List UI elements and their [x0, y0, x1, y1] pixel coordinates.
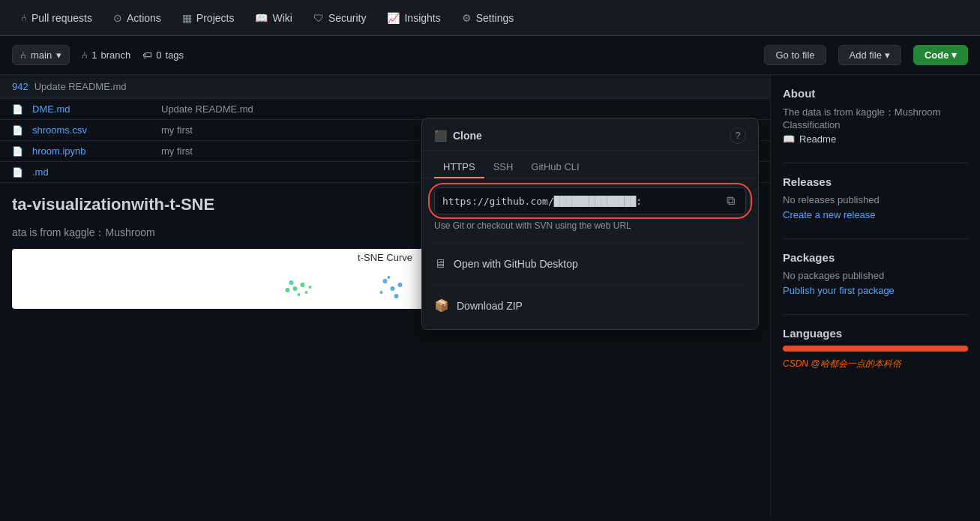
clone-hint: Use Git or checkout with SVN using the w…: [434, 220, 746, 231]
terminal-icon: ⬛: [434, 130, 447, 142]
releases-title: Releases: [783, 175, 968, 188]
create-release-link[interactable]: Create a new release: [783, 209, 876, 220]
table-row: 📄 DME.md Update README.md: [0, 99, 770, 120]
csdn-watermark: CSDN @哈都会一点的本科俗: [783, 358, 968, 370]
nav-pull-requests[interactable]: ⑃ Pull requests: [12, 7, 101, 28]
commit-hash[interactable]: 942: [12, 81, 28, 92]
clone-dropdown: ⬛ Clone ? HTTPS SSH GitHub CLI ⧉ Use Git…: [421, 118, 759, 330]
clone-body: ⧉ Use Git or checkout with SVN using the…: [422, 178, 758, 329]
file-message: Update README.md: [161, 103, 758, 115]
svg-point-2: [298, 293, 301, 296]
insights-icon: 📈: [387, 12, 400, 24]
clone-divider: [434, 243, 746, 244]
settings-icon: ⚙: [462, 12, 472, 24]
security-icon: 🛡: [313, 12, 324, 24]
svg-point-9: [380, 291, 383, 294]
language-bar: [783, 346, 968, 352]
nav-projects[interactable]: ▦ Projects: [173, 7, 244, 28]
file-icon: 📄: [12, 104, 23, 115]
desktop-icon: 🖥: [434, 257, 446, 271]
file-name[interactable]: .md: [32, 166, 152, 178]
book-icon: 📖: [783, 133, 795, 145]
releases-section: Releases No releases published Create a …: [783, 175, 968, 220]
about-description: The data is from kaggle：Mushroom Classif…: [783, 106, 968, 130]
url-oval-container: ⧉: [434, 187, 746, 214]
divider: [783, 163, 968, 163]
clone-divider: [434, 284, 746, 285]
about-section: About The data is from kaggle：Mushroom C…: [783, 87, 968, 145]
clone-url-input[interactable]: [442, 196, 724, 207]
clone-tabs: HTTPS SSH GitHub CLI: [422, 151, 758, 178]
language-segment-html: [783, 346, 968, 352]
svg-point-1: [301, 283, 305, 287]
svg-point-3: [289, 280, 294, 285]
go-to-file-button[interactable]: Go to file: [764, 45, 826, 65]
nav-settings[interactable]: ⚙ Settings: [453, 7, 523, 28]
chevron-down-icon: ▾: [56, 49, 61, 61]
tab-https[interactable]: HTTPS: [434, 157, 484, 178]
svg-point-11: [388, 276, 391, 279]
copy-url-button[interactable]: ⧉: [724, 193, 738, 209]
file-icon: 📄: [12, 167, 23, 178]
chevron-down-icon: ▾: [885, 49, 890, 61]
languages-section: Languages CSDN @哈都会一点的本科俗: [783, 327, 968, 370]
main-layout: 942 Update README.md 📄 DME.md Update REA…: [0, 75, 980, 517]
wiki-icon: 📖: [255, 12, 268, 24]
svg-point-10: [398, 283, 403, 287]
clone-url-row: ⧉: [434, 187, 746, 214]
svg-point-8: [391, 286, 395, 291]
branch-count-item[interactable]: ⑃ 1 branch: [82, 49, 130, 61]
clone-header: ⬛ Clone ?: [422, 118, 758, 151]
open-with-desktop-option[interactable]: 🖥 Open with GitHub Desktop: [434, 250, 746, 278]
svg-point-5: [286, 288, 290, 292]
file-name[interactable]: DME.md: [32, 103, 152, 115]
tab-ssh[interactable]: SSH: [484, 157, 523, 178]
tab-github-cli[interactable]: GitHub CLI: [522, 157, 588, 178]
svg-point-6: [309, 286, 312, 289]
file-name[interactable]: shrooms.csv: [32, 124, 152, 136]
packages-title: Packages: [783, 251, 968, 264]
clone-title: ⬛ Clone: [434, 130, 482, 142]
file-icon: 📄: [12, 146, 23, 157]
pull-request-icon: ⑃: [21, 12, 27, 24]
about-title: About: [783, 87, 968, 100]
no-releases-text: No releases published: [783, 194, 968, 205]
code-button[interactable]: Code ▾: [913, 45, 968, 65]
publish-package-link[interactable]: Publish your first package: [783, 285, 895, 296]
commit-message: Update README.md: [34, 81, 127, 92]
readme-item[interactable]: 📖 Readme: [783, 133, 968, 145]
nav-wiki[interactable]: 📖 Wiki: [246, 7, 301, 28]
add-file-button[interactable]: Add file ▾: [838, 45, 901, 65]
divider: [783, 238, 968, 239]
nav-actions[interactable]: ⊙ Actions: [104, 7, 170, 28]
projects-icon: ▦: [182, 12, 192, 24]
no-packages-text: No packages published: [783, 270, 968, 281]
file-name[interactable]: hroom.ipynb: [32, 145, 152, 157]
nav-security[interactable]: 🛡 Security: [304, 7, 376, 28]
tag-icon: 🏷: [142, 49, 152, 61]
clone-help-button[interactable]: ?: [730, 127, 746, 144]
branch-icon-small: ⑃: [82, 49, 88, 61]
file-icon: 📄: [12, 125, 23, 136]
languages-title: Languages: [783, 327, 968, 340]
chart-title: t-SNE Curve: [358, 249, 412, 266]
packages-section: Packages No packages published Publish y…: [783, 251, 968, 296]
branch-bar: ⑃ main ▾ ⑃ 1 branch 🏷 0 tags Go to file …: [0, 36, 980, 75]
top-navigation: ⑃ Pull requests ⊙ Actions ▦ Projects 📖 W…: [0, 0, 980, 36]
svg-point-0: [293, 286, 298, 291]
branch-icon: ⑃: [20, 49, 26, 61]
svg-point-4: [305, 291, 308, 294]
divider: [783, 314, 968, 315]
svg-point-7: [383, 279, 388, 283]
actions-icon: ⊙: [113, 12, 122, 24]
svg-point-12: [394, 294, 399, 298]
branch-selector[interactable]: ⑃ main ▾: [12, 45, 70, 65]
nav-insights[interactable]: 📈 Insights: [378, 7, 449, 28]
tags-count-item[interactable]: 🏷 0 tags: [142, 49, 184, 61]
branch-info: ⑃ 1 branch 🏷 0 tags: [82, 49, 184, 61]
zip-icon: 📦: [434, 298, 449, 313]
sidebar: About The data is from kaggle：Mushroom C…: [770, 75, 980, 517]
download-zip-option[interactable]: 📦 Download ZIP: [434, 291, 746, 320]
commit-row: 942 Update README.md: [0, 75, 770, 99]
